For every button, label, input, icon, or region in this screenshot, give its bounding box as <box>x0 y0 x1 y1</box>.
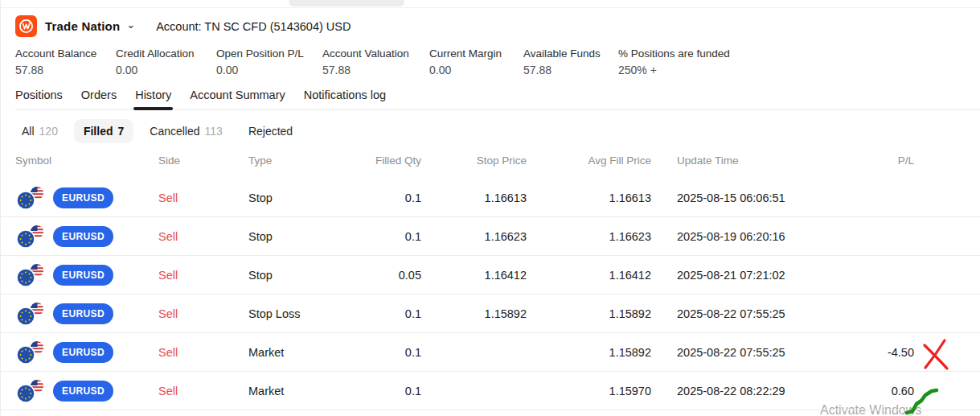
col-side[interactable]: Side <box>158 154 248 167</box>
browser-tab-remnant <box>289 0 404 6</box>
filter-all[interactable]: All 120 <box>12 119 68 143</box>
symbol-cell: EURUSD <box>15 262 158 287</box>
filter-count: 113 <box>205 125 223 138</box>
tab-account-summary[interactable]: Account Summary <box>190 89 285 110</box>
side-value: Sell <box>158 307 248 320</box>
avg-fill-price-value: 1.15892 <box>527 307 651 320</box>
table-row[interactable]: EURUSD Sell Stop 0.1 1.16613 1.16613 202… <box>1 179 980 217</box>
update-time-value: 2025-08-19 06:20:16 <box>651 230 836 243</box>
account-label[interactable]: Account: TN SC CFD (5143604) USD <box>156 20 351 33</box>
update-time-value: 2025-08-15 06:06:51 <box>651 192 836 204</box>
type-value: Stop <box>248 230 337 243</box>
filled-qty-value: 0.1 <box>337 192 421 204</box>
history-filter-chips: All 120 Filled 7 Cancelled 113 Rejected <box>12 119 980 143</box>
account-stats-row: Account Balance 57.88 Credit Allocation … <box>1 47 980 76</box>
stat-label: Available Funds <box>523 47 618 60</box>
update-time-value: 2025-08-22 07:55:25 <box>651 307 836 320</box>
eurusd-flag-pair-icon <box>15 301 46 326</box>
side-value: Sell <box>158 192 248 204</box>
type-value: Market <box>248 346 337 359</box>
stat-available-funds: Available Funds 57.88 <box>523 47 618 76</box>
eurusd-flag-pair-icon <box>15 378 46 403</box>
table-row[interactable]: EURUSD Sell Market 0.1 1.15892 2025-08-2… <box>1 333 980 372</box>
filled-qty-value: 0.1 <box>337 385 421 397</box>
stat-value: 57.88 <box>15 64 116 76</box>
symbol-badge[interactable]: EURUSD <box>53 342 113 363</box>
green-up-curve-icon <box>904 388 940 415</box>
filled-qty-value: 0.05 <box>337 269 421 282</box>
trading-platform-window: Activate Windows Trade Nation ⌄ Account:… <box>0 0 980 416</box>
filter-count: 120 <box>39 125 58 138</box>
filled-qty-value: 0.1 <box>337 307 421 320</box>
stat-value: 250% + <box>618 64 730 76</box>
update-time-value: 2025-08-21 07:21:02 <box>651 269 836 282</box>
history-table: Symbol Side Type Filled Qty Stop Price A… <box>1 143 980 410</box>
col-pl[interactable]: P/L <box>836 154 980 167</box>
symbol-badge[interactable]: EURUSD <box>53 226 113 247</box>
eurusd-flag-pair-icon <box>15 340 46 365</box>
stat-value: 0.00 <box>429 64 523 76</box>
filter-filled[interactable]: Filled 7 <box>74 119 133 143</box>
table-row[interactable]: EURUSD Sell Stop Loss 0.1 1.15892 1.1589… <box>1 294 980 333</box>
stat-label: Open Position P/L <box>216 47 322 60</box>
brand-name[interactable]: Trade Nation <box>45 19 120 33</box>
stop-price-value: 1.15892 <box>421 307 527 320</box>
side-value: Sell <box>158 269 248 282</box>
col-symbol[interactable]: Symbol <box>15 154 158 167</box>
filled-qty-value: 0.1 <box>337 346 421 359</box>
col-update-time[interactable]: Update Time <box>651 154 836 167</box>
tab-orders[interactable]: Orders <box>81 89 117 110</box>
red-x-icon <box>921 338 950 370</box>
tab-notifications-log[interactable]: Notifications log <box>304 89 386 110</box>
stat-label: Account Valuation <box>322 47 429 60</box>
type-value: Stop <box>248 269 337 282</box>
side-value: Sell <box>158 385 248 397</box>
symbol-badge[interactable]: EURUSD <box>53 381 113 402</box>
tab-positions[interactable]: Positions <box>15 89 63 110</box>
filter-label: All <box>22 125 35 138</box>
filter-label: Cancelled <box>150 125 199 138</box>
avg-fill-price-value: 1.15970 <box>527 385 651 397</box>
symbol-badge[interactable]: EURUSD <box>53 187 113 208</box>
eurusd-flag-pair-icon <box>15 185 46 210</box>
eurusd-flag-pair-icon <box>15 262 46 287</box>
stat-label: Account Balance <box>15 47 116 60</box>
filter-label: Rejected <box>248 125 293 138</box>
symbol-cell: EURUSD <box>15 301 158 326</box>
col-avg-fill-price[interactable]: Avg Fill Price <box>527 154 651 167</box>
stat-account-balance: Account Balance 57.88 <box>15 47 116 76</box>
type-value: Stop Loss <box>248 307 337 320</box>
table-row[interactable]: EURUSD Sell Market 0.1 1.15970 2025-08-2… <box>1 372 980 410</box>
update-time-value: 2025-08-22 07:55:25 <box>651 346 836 359</box>
symbol-badge[interactable]: EURUSD <box>53 265 113 286</box>
browser-top-strip <box>1 0 980 8</box>
stat-value: 0.00 <box>116 64 216 76</box>
filter-label: Filled <box>84 125 113 138</box>
stop-price-value: 1.16412 <box>421 269 527 282</box>
stat-label: % Positions are funded <box>618 47 730 60</box>
stat-open-position-pl: Open Position P/L 0.00 <box>216 47 322 76</box>
type-value: Stop <box>248 192 337 204</box>
chevron-down-icon[interactable]: ⌄ <box>126 19 135 31</box>
tab-history[interactable]: History <box>135 89 171 110</box>
table-row[interactable]: EURUSD Sell Stop 0.05 1.16412 1.16412 20… <box>1 256 980 294</box>
symbol-cell: EURUSD <box>15 185 158 210</box>
stat-value: 57.88 <box>322 64 429 76</box>
eurusd-flag-pair-icon <box>15 224 46 249</box>
table-row[interactable]: EURUSD Sell Stop 0.1 1.16623 1.16623 202… <box>1 217 980 256</box>
stop-price-value: 1.16623 <box>421 230 527 243</box>
col-filled-qty[interactable]: Filled Qty <box>337 154 421 167</box>
filter-rejected[interactable]: Rejected <box>239 119 302 143</box>
filled-qty-value: 0.1 <box>337 230 421 243</box>
stat-credit-allocation: Credit Allocation 0.00 <box>116 47 216 76</box>
filter-cancelled[interactable]: Cancelled 113 <box>140 119 232 143</box>
symbol-badge[interactable]: EURUSD <box>53 303 113 324</box>
trade-nation-logo-icon <box>15 15 37 37</box>
col-type[interactable]: Type <box>248 154 337 167</box>
main-tabs: Positions Orders History Account Summary… <box>1 89 980 110</box>
side-value: Sell <box>158 346 248 359</box>
stat-current-margin: Current Margin 0.00 <box>429 47 523 76</box>
col-stop-price[interactable]: Stop Price <box>421 154 527 167</box>
table-header-row: Symbol Side Type Filled Qty Stop Price A… <box>1 143 980 179</box>
stat-label: Credit Allocation <box>116 47 216 60</box>
